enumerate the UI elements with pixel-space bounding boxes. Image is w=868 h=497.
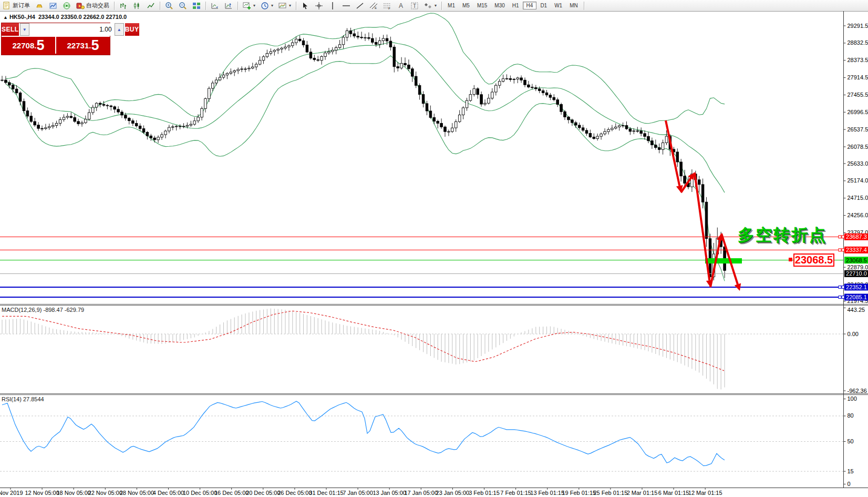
time-tick-label: 25 Feb 01:15: [593, 490, 627, 496]
volume-decrease-button[interactable]: ▼: [20, 23, 29, 36]
autotrade-button[interactable]: 自动交易: [74, 0, 112, 11]
line-handle[interactable]: [839, 236, 841, 238]
time-tick-label: 26 Dec 05:00: [277, 490, 312, 496]
rsi-axis-label: 50: [848, 438, 854, 444]
vertical-line-icon: [328, 2, 337, 10]
timeframe-button-mn[interactable]: MN: [566, 2, 582, 9]
symbol-period: HK50-,H4: [9, 14, 35, 20]
svg-text:E: E: [375, 6, 377, 9]
equidistant-channel-icon: E: [369, 2, 378, 10]
price-tick-label: 26996.5: [848, 109, 868, 115]
periods-button[interactable]: ▾: [258, 0, 276, 11]
price-tick-label: 29291.5: [848, 23, 868, 29]
price-tag-handle[interactable]: [789, 258, 792, 261]
bar-chart-button[interactable]: [117, 0, 130, 11]
new-order-button[interactable]: 新订单: [0, 0, 33, 11]
market-watch-button[interactable]: [33, 0, 46, 11]
candlestick-chart-button[interactable]: [130, 0, 144, 11]
time-tick-label: 31 Dec 01:15: [309, 490, 343, 496]
autotrade-icon: [76, 2, 85, 10]
time-tick-label: 10 Dec 05:00: [183, 490, 217, 496]
macd-label: MACD(12,26,9) -898.47 -629.79: [2, 307, 84, 313]
price-tag-label[interactable]: 23068.5: [793, 253, 834, 267]
timeframe-button-m30[interactable]: M30: [491, 2, 508, 9]
signals-button[interactable]: [60, 0, 74, 11]
volume-increase-button[interactable]: ▲: [115, 23, 124, 36]
timeframe-button-m5[interactable]: M5: [459, 2, 473, 9]
price-axis[interactable]: 29291.528832.528373.527914.527455.526996…: [842, 23, 868, 488]
time-tick-label: 17 Jan 05:00: [404, 490, 438, 496]
timeframe-button-w1[interactable]: W1: [551, 2, 566, 9]
crosshair-tool-button[interactable]: [312, 0, 326, 11]
sell-button[interactable]: SELL: [2, 23, 20, 36]
bid-price-main: 22708: [13, 39, 35, 53]
turning-point-annotation[interactable]: 多空转折点: [738, 224, 827, 246]
gold-icon: [35, 2, 44, 10]
timeframe-button-d1[interactable]: D1: [536, 2, 551, 9]
chart-shift-button[interactable]: [222, 0, 235, 11]
text-tool-button[interactable]: A: [394, 0, 408, 11]
zoom-in-button[interactable]: [162, 0, 176, 11]
arrows-tool-button[interactable]: ▾: [421, 0, 439, 11]
rsi-axis-label: 0: [848, 481, 851, 487]
text-icon: A: [397, 2, 405, 10]
buy-button[interactable]: BUY: [124, 23, 139, 36]
auto-scroll-button[interactable]: [208, 0, 222, 11]
line-handle[interactable]: [839, 249, 841, 251]
candlestick-chart-icon: [133, 2, 141, 10]
time-axis[interactable]: Nov 201912 Nov 05:0018 Nov 05:0022 Nov 0…: [0, 488, 722, 496]
new-chart-button[interactable]: ▾: [240, 0, 258, 11]
trendline-icon: [356, 2, 364, 10]
crosshair-icon: [315, 2, 323, 10]
profile-button[interactable]: [46, 0, 60, 11]
text-label-icon: T: [410, 2, 419, 10]
templates-button[interactable]: ▾: [276, 0, 294, 11]
cursor-tool-button[interactable]: [298, 0, 312, 11]
new-order-label: 新订单: [13, 2, 30, 9]
tile-windows-button[interactable]: [190, 0, 203, 11]
rsi-axis-label: 100: [848, 395, 857, 402]
zoom-out-button[interactable]: [176, 0, 190, 11]
trendline-tool-button[interactable]: [353, 0, 367, 11]
price-tick-label: 22879.0: [848, 264, 868, 270]
ask-price[interactable]: 22731.5: [56, 37, 110, 54]
toolbar-separator: [114, 2, 115, 10]
bid-price[interactable]: 22708.5: [2, 37, 56, 54]
time-tick-label: 7 Feb 01:15: [500, 490, 531, 496]
zoom-out-icon: [179, 2, 187, 10]
rsi-label: RSI(14) 27.8544: [2, 396, 44, 402]
line-chart-button[interactable]: [144, 0, 158, 11]
fibonacci-tool-button[interactable]: F: [380, 0, 394, 11]
timeframe-button-m1[interactable]: M1: [444, 2, 459, 9]
time-tick-label: 12 Nov 05:00: [25, 490, 59, 496]
volume-input[interactable]: [29, 23, 115, 36]
horizontal-line-tool-button[interactable]: [339, 0, 353, 11]
zoom-in-icon: [165, 2, 173, 10]
timeframe-button-m15[interactable]: M15: [473, 2, 491, 9]
timeframe-button-h1[interactable]: H1: [509, 2, 523, 9]
line-handle[interactable]: [839, 286, 841, 288]
vertical-line-tool-button[interactable]: [326, 0, 339, 11]
svg-text:F: F: [388, 7, 390, 10]
trend-arrows[interactable]: [666, 120, 741, 291]
mt4-window: 新订单 自动交易: [0, 0, 868, 497]
toolbar-separator: [205, 2, 206, 10]
channel-tool-button[interactable]: E: [367, 0, 380, 11]
direction-up-icon: ▲: [3, 15, 8, 20]
auto-scroll-icon: [211, 2, 219, 10]
timeframe-button-h4[interactable]: H4: [523, 2, 537, 9]
green-zone-box[interactable]: [705, 258, 742, 263]
main-toolbar: 新订单 自动交易: [0, 0, 868, 12]
toolbar-separator: [160, 2, 160, 10]
chart-profile-icon: [49, 2, 57, 10]
toolbar-separator: [296, 2, 296, 10]
line-handle[interactable]: [839, 296, 841, 299]
time-tick-label: 22 Nov 05:00: [88, 490, 122, 496]
price-tick-label: 27455.5: [848, 92, 868, 98]
time-tick-label: 13 Jan 05:00: [373, 490, 406, 496]
volume-control: ▼ ▲: [20, 23, 124, 36]
signal-icon: [63, 2, 71, 10]
macd-axis-label: -962.36: [848, 388, 867, 394]
chart-canvas: 29291.528832.528373.527914.527455.526996…: [0, 11, 868, 497]
label-tool-button[interactable]: T: [408, 0, 421, 11]
